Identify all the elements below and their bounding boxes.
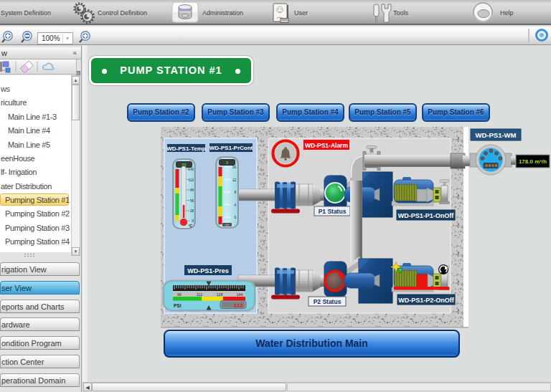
svg-text:84: 84 xyxy=(190,188,194,192)
svg-text:°C: °C xyxy=(188,224,192,228)
svg-text:WD-PS1-P2-OnOff: WD-PS1-P2-OnOff xyxy=(398,297,455,304)
svg-text:112: 112 xyxy=(189,178,194,182)
svg-text:P2 Status: P2 Status xyxy=(314,298,342,305)
svg-text:122: 122 xyxy=(234,302,244,309)
svg-text:8: 8 xyxy=(234,191,236,194)
svg-text:WD-PS1-Pres: WD-PS1-Pres xyxy=(187,267,229,274)
svg-text:16: 16 xyxy=(232,166,237,169)
svg-text:144: 144 xyxy=(237,292,243,297)
svg-text:WD-PS1-Alarm: WD-PS1-Alarm xyxy=(305,142,348,149)
svg-text:112: 112 xyxy=(197,292,202,297)
svg-text:atm: atm xyxy=(225,223,230,226)
svg-text:WD-PS1-Temp: WD-PS1-Temp xyxy=(166,145,206,152)
svg-text:56: 56 xyxy=(190,199,194,203)
svg-text:12: 12 xyxy=(232,178,237,182)
svg-text:PSI: PSI xyxy=(174,303,182,308)
svg-text:WD-PS1-PrCont: WD-PS1-PrCont xyxy=(209,145,253,151)
svg-text:128: 128 xyxy=(217,292,223,297)
svg-text:140: 140 xyxy=(188,168,194,171)
svg-text:WD-PS1-WM: WD-PS1-WM xyxy=(476,131,517,139)
svg-text:0: 0 xyxy=(234,216,236,219)
svg-text:96: 96 xyxy=(177,292,182,297)
svg-text:4: 4 xyxy=(234,204,236,207)
svg-text:28: 28 xyxy=(190,209,194,213)
svg-text:WD-PS1-P1-OnOff: WD-PS1-P1-OnOff xyxy=(398,212,455,219)
svg-text:0: 0 xyxy=(192,219,194,223)
svg-text:178.0 m³/h: 178.0 m³/h xyxy=(519,158,547,165)
svg-text:P1 Status: P1 Status xyxy=(319,208,347,215)
